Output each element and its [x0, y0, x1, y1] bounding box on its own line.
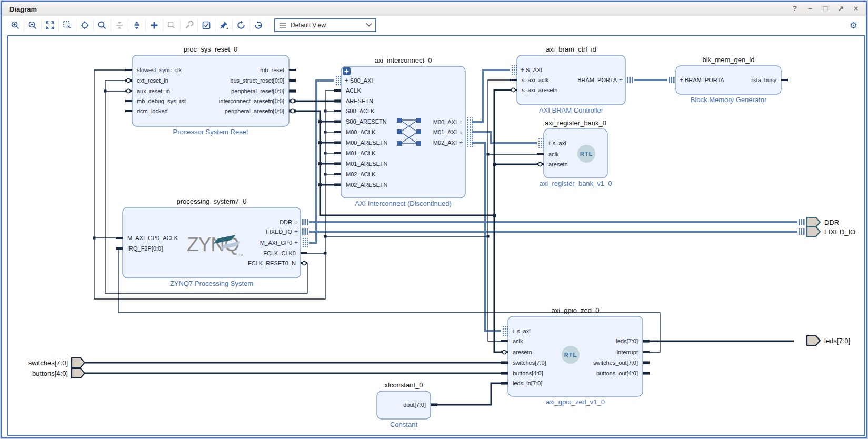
- net-m00_axi-s_axi[interactable]: [472, 70, 510, 122]
- port-M02_ACLK[interactable]: M02_ACLK: [334, 171, 376, 177]
- center-view-icon[interactable]: [76, 19, 93, 32]
- port-label: ARESETN: [346, 98, 373, 104]
- ext-port-FIXED_IO[interactable]: FIXED_IO: [799, 227, 855, 236]
- intf-connector-bars: [632, 77, 633, 83]
- intf-plus-icon[interactable]: +: [294, 218, 298, 226]
- zoom-to-selection-icon[interactable]: [58, 19, 76, 32]
- ext-port-buttons[4:0][interactable]: buttons[4:0]: [32, 368, 85, 378]
- ext-port-leds[7:0][interactable]: leds[7:0]: [807, 336, 850, 345]
- ext-port-arrow[interactable]: [807, 227, 820, 236]
- float-icon[interactable]: ↗: [837, 4, 844, 13]
- minimize-icon[interactable]: –: [806, 4, 814, 13]
- pin-icon[interactable]: [215, 19, 232, 32]
- regenerate-layout-icon[interactable]: [250, 19, 267, 32]
- block-axi_interconnect_0[interactable]: axi_interconnect_0AXI Interconnect (Disc…: [334, 56, 473, 207]
- port-label: IRQ_F2P[0:0]: [127, 245, 163, 252]
- block-title: axi_bram_ctrl_id: [546, 45, 596, 53]
- intf-plus-icon[interactable]: +: [345, 77, 348, 84]
- expand-icon[interactable]: [128, 19, 145, 32]
- unexpanded-intf-dots: [338, 84, 339, 85]
- ext-port-switches[7:0][interactable]: switches[7:0]: [28, 358, 85, 367]
- port-ARESETN[interactable]: ARESETN: [334, 98, 373, 104]
- intf-plus-icon[interactable]: +: [680, 76, 683, 84]
- port-M00_ACLK[interactable]: M00_ACLK: [334, 129, 376, 135]
- block-blk_mem_gen_id[interactable]: blk_mem_gen_idBlock Memory Generator+BRA…: [669, 56, 788, 104]
- ext-port-arrow[interactable]: [72, 358, 85, 367]
- search-icon[interactable]: [93, 19, 111, 32]
- port-ext_reset_in[interactable]: ext_reset_in: [125, 77, 168, 84]
- block-axi_gpio_zed_0[interactable]: axi_gpio_zed_0axi_gpio_zed_v1_0+s_axiacl…: [501, 306, 650, 406]
- unexpanded-intf-dots: [467, 122, 468, 123]
- block-processing_system7_0[interactable]: processing_system7_0ZYNQ7 Processing Sys…: [116, 197, 308, 287]
- port-interrupt[interactable]: interrupt: [617, 349, 650, 355]
- intf-plus-icon[interactable]: +: [547, 139, 551, 147]
- net-dout-leds_in[interactable]: [431, 383, 508, 405]
- maximize-icon[interactable]: □: [822, 4, 829, 13]
- port-label: s_axi: [517, 328, 531, 334]
- intf-connector-bars: [630, 77, 631, 83]
- block-xlconstant_0[interactable]: xlconstant_0Constantdout[7:0]: [377, 381, 437, 428]
- ext-port-arrow[interactable]: [72, 368, 85, 378]
- intf-plus-icon[interactable]: +: [459, 128, 463, 136]
- zoom-in-icon[interactable]: [6, 19, 24, 32]
- intf-plus-icon[interactable]: +: [294, 239, 298, 246]
- net-peripheral_aresetn[interactable]: [494, 90, 517, 215]
- port-M01_ACLK[interactable]: M01_ACLK: [334, 150, 376, 156]
- port-label: M02_ACLK: [346, 171, 376, 177]
- intf-plus-icon[interactable]: +: [459, 139, 463, 146]
- port-mb_reset[interactable]: mb_reset: [260, 67, 296, 73]
- validate-design-icon[interactable]: [197, 19, 215, 32]
- diagram-canvas[interactable]: proc_sys_reset_0Processor System Resetsl…: [7, 35, 865, 436]
- ext-port-DDR[interactable]: DDR: [799, 217, 839, 227]
- refresh-icon[interactable]: [232, 19, 250, 32]
- help-icon[interactable]: ?: [791, 4, 799, 13]
- unexpanded-intf-dots: [307, 240, 308, 241]
- settings-gear-icon[interactable]: ⚙: [850, 21, 857, 30]
- port-aresetn[interactable]: aresetn: [537, 161, 568, 167]
- intf-plus-icon[interactable]: +: [521, 66, 524, 74]
- port-DDR[interactable]: DDR+: [280, 218, 308, 226]
- intf-plus-icon[interactable]: +: [459, 118, 463, 126]
- port-label: M00_ACLK: [346, 129, 376, 135]
- port-label: M00_ARESETN: [346, 139, 388, 146]
- net-fclk_clk0[interactable]: [488, 80, 517, 236]
- port-S00_ACLK[interactable]: S00_ACLK: [334, 108, 375, 114]
- port-stub: [289, 79, 296, 82]
- unexpanded-intf-dots: [538, 138, 540, 139]
- ext-port-arrow[interactable]: [807, 217, 820, 227]
- port-aclk[interactable]: aclk: [537, 151, 559, 157]
- view-selector[interactable]: Default View: [274, 18, 376, 32]
- port-s_axi_aclk[interactable]: s_axi_aclk: [510, 77, 549, 83]
- net-fclk_clk0[interactable]: [488, 236, 508, 341]
- net-m_axi_gp0-s00_axi[interactable]: [309, 81, 334, 243]
- unexpanded-intf-dots: [516, 65, 517, 66]
- intf-connector-bars: [305, 228, 306, 235]
- unexpanded-intf-dots: [305, 238, 306, 239]
- zoom-out-icon[interactable]: [24, 19, 41, 32]
- intf-connector-bars: [799, 228, 800, 235]
- unexpanded-intf-dots: [512, 69, 513, 71]
- add-ip-icon[interactable]: [145, 19, 163, 32]
- port-rsta_busy[interactable]: rsta_busy: [751, 77, 788, 83]
- port-FIXED_IO[interactable]: FIXED_IO+: [266, 228, 308, 235]
- close-icon[interactable]: ×: [852, 4, 860, 13]
- intf-plus-icon[interactable]: +: [294, 228, 298, 235]
- ext-port-arrow[interactable]: [807, 336, 820, 345]
- block-proc_sys_reset_0[interactable]: proc_sys_reset_0Processor System Resetsl…: [125, 45, 296, 136]
- port-ACLK[interactable]: ACLK: [334, 87, 361, 94]
- port-dout[7:0][interactable]: dout[7:0]: [403, 402, 437, 408]
- port-leds[7:0][interactable]: leds[7:0]: [616, 338, 650, 344]
- intf-connector-bars: [673, 77, 675, 83]
- block-axi_register_bank_0[interactable]: axi_register_bank_0axi_register_bank_v1_…: [537, 119, 612, 187]
- expand-badge-icon[interactable]: [343, 67, 351, 75]
- port-dcm_locked[interactable]: dcm_locked: [125, 108, 168, 114]
- intf-plus-icon[interactable]: +: [619, 76, 623, 84]
- zoom-fit-icon[interactable]: [41, 19, 58, 32]
- port-aclk[interactable]: aclk: [501, 338, 523, 344]
- net-m01_axi-reg_s_axi[interactable]: [472, 132, 537, 143]
- port-aresetn[interactable]: aresetn: [501, 349, 532, 355]
- intf-plus-icon[interactable]: +: [512, 327, 515, 335]
- port-buttons[4:0][interactable]: buttons[4:0]: [501, 370, 543, 376]
- port-leds_in[7:0][interactable]: leds_in[7:0]: [501, 380, 542, 386]
- block-axi_bram_ctrl_id[interactable]: axi_bram_ctrl_idAXI BRAM Controller+S_AX…: [510, 45, 633, 114]
